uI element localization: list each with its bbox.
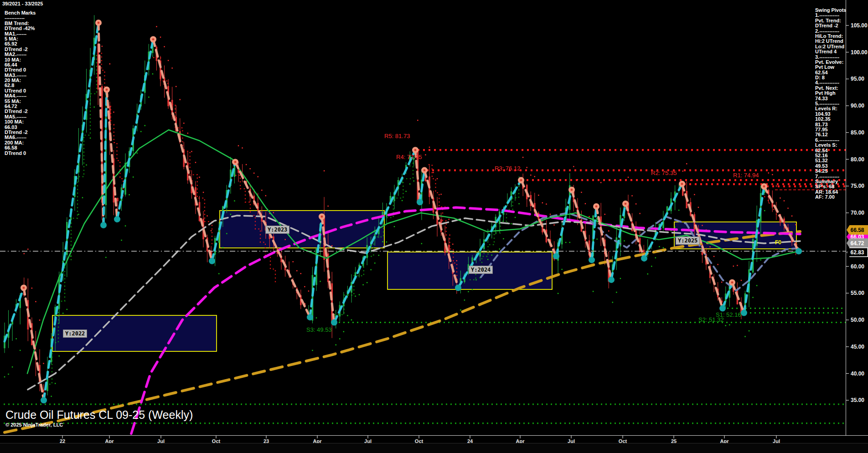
panel-line: 64.72 [5, 103, 36, 108]
sar-dot [651, 266, 652, 267]
sar-dot [561, 269, 562, 270]
sar-dot [690, 180, 691, 180]
sar-dot [207, 215, 207, 216]
sar-dot [43, 363, 44, 364]
sar-dot [787, 208, 788, 209]
panel-line: 49.53 [815, 163, 846, 168]
sar-dot [511, 223, 512, 224]
panel-line: 104.93 [815, 111, 846, 116]
panel-line: AR: 18.64 [815, 189, 846, 194]
sar-dot [191, 151, 192, 152]
panel-line: MA1.------ [5, 31, 36, 36]
sar-dot [542, 202, 543, 203]
sar-dot [386, 242, 387, 242]
panel-line: 5 MA: [5, 36, 36, 41]
sar-dot [394, 226, 395, 227]
sar-dot [55, 383, 56, 384]
swing-leg [5, 288, 24, 342]
sar-dot [752, 297, 753, 298]
sar-dot [222, 247, 223, 248]
swing-low-dot [719, 305, 726, 312]
sar-dot [327, 206, 328, 206]
chart-canvas[interactable] [0, 0, 868, 453]
panel-line: D: 8 [815, 75, 846, 80]
sar-dot [293, 261, 294, 262]
sar-dot [764, 210, 765, 211]
sar-dot [776, 185, 777, 186]
sar-dot [324, 170, 325, 171]
sar-dot [347, 315, 348, 316]
sar-dot [253, 173, 254, 174]
status-bar: W CL NINJATRADER [0, 443, 868, 453]
bar-range-label: 39/2021 - 33/2025 [2, 1, 43, 6]
panel-line: 62.54 [815, 148, 846, 153]
sar-dot [27, 249, 28, 250]
sar-dot [16, 338, 16, 339]
sar-dot [78, 214, 79, 215]
sar-dot [273, 212, 274, 213]
candle-body [117, 198, 119, 201]
sar-dot [659, 246, 660, 247]
sar-dot [183, 123, 184, 124]
sar-dot [550, 214, 551, 215]
bench-marks-panel: Bench Marks------------BM Trend:DTrend -… [5, 10, 36, 155]
panel-line: DTrend -2 [5, 46, 36, 51]
panel-line: MA2.------ [5, 51, 36, 57]
panel-line: 52.16 [815, 153, 846, 158]
sar-dot [725, 325, 726, 326]
sar-dot [133, 176, 134, 177]
panel-line: DTrend -42% [5, 26, 36, 31]
swing-leg [117, 39, 153, 219]
panel-line: 62.54 [815, 70, 846, 75]
sar-dot [433, 172, 434, 173]
panel-line: 81.73 [815, 122, 846, 127]
sar-dot [140, 131, 141, 132]
sar-dot [530, 175, 531, 175]
swing-low-dot [455, 285, 461, 291]
sar-dot [409, 183, 410, 184]
sar-dot [129, 194, 129, 195]
panel-line: 66.58 [5, 145, 36, 150]
panel-line: Summary [815, 179, 846, 184]
panel-line: 5.------------ [815, 101, 846, 106]
panel-line: DTrend -2 [5, 129, 36, 134]
panel-line: 20 MA: [5, 77, 36, 82]
price-tag: 66.58 [847, 225, 868, 235]
sar-dot [102, 46, 103, 46]
sar-dot [180, 99, 181, 100]
sar-dot [655, 257, 656, 258]
level-label: R3: 76.12 [495, 165, 520, 172]
sar-dot [351, 319, 352, 320]
price-axis-label: 90.00 [851, 103, 864, 109]
sar-dot [678, 210, 679, 211]
level-label: S2: 51.32 [698, 316, 724, 323]
price-axis-label: 85.00 [851, 129, 864, 136]
sar-dot [440, 194, 441, 195]
sar-dot [62, 313, 63, 314]
panel-line: 7.------------ [815, 174, 846, 179]
candle-body [662, 221, 664, 228]
swing-leg [572, 190, 592, 260]
sar-dot [417, 120, 418, 121]
panel-line: 74.33 [815, 96, 846, 101]
level-label: R4: 77.95 [396, 154, 422, 160]
panel-line: 200 MA: [5, 140, 36, 145]
sar-dot [709, 247, 710, 247]
sar-dot [475, 279, 476, 280]
sar-dot [647, 273, 648, 274]
swing-low-dot [796, 248, 802, 254]
sar-dot [218, 273, 219, 274]
price-axis-label: 95.00 [851, 76, 864, 82]
sar-dot [362, 284, 363, 285]
sar-dot [265, 195, 266, 196]
sar-dot [503, 238, 504, 239]
sar-dot [534, 176, 535, 177]
panel-line: BM Trend: [5, 21, 36, 26]
price-axis-label: 80.00 [851, 156, 864, 163]
price-axis-label: 100.00 [851, 49, 868, 56]
sar-dot [600, 182, 601, 183]
swing-leg [153, 39, 212, 261]
sar-dot [616, 292, 617, 293]
sar-dot [721, 282, 722, 283]
sar-dot [639, 213, 640, 214]
